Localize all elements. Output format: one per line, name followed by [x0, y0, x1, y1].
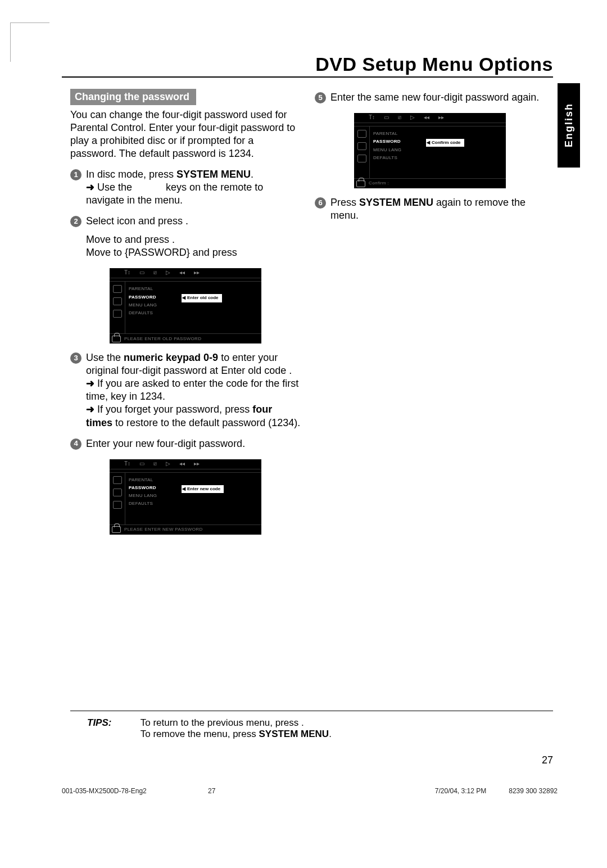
step-1: 1 In disc mode, press SYSTEM MENU. ➜ Use…	[70, 168, 301, 207]
footer-date: 7/20/04, 3:12 PM	[435, 787, 486, 795]
section-banner: Changing the password	[70, 89, 196, 105]
osd-chip: Confirm code	[426, 139, 464, 147]
footer-filename: 001-035-MX2500D-78-Eng2	[62, 787, 147, 795]
language-tab: English	[558, 83, 580, 168]
footer-page: 27	[208, 787, 215, 795]
osd-chip: Enter new code	[182, 485, 224, 493]
crop-mark	[10, 22, 49, 62]
osd-topbar: T↕ ▭ ⎚ ▷ ◂◂ ▸▸	[110, 268, 261, 278]
step-number-icon: 3	[70, 352, 81, 364]
footer-code: 8239 300 32892	[509, 787, 558, 795]
step-5: 5 Enter the same new four-digit password…	[315, 91, 545, 104]
right-column: 5 Enter the same new four-digit password…	[315, 83, 545, 222]
osd-confirm-code: T↕ ▭ ⎚ ▷ ◂◂ ▸▸ PARENTAL PASSWORD MENU LA…	[354, 113, 506, 188]
arrow-icon: ➜	[86, 182, 97, 193]
step-number-icon: 4	[70, 438, 81, 450]
step-3: 3 Use the numeric keypad 0-9 to enter yo…	[70, 351, 301, 429]
step-4: 4 Enter your new four-digit password.	[70, 437, 301, 450]
lock-icon	[356, 180, 365, 187]
osd-chip: Enter old code	[182, 294, 222, 302]
tips-label: TIPS:	[87, 717, 138, 729]
intro-text: You can change the four-digit password u…	[70, 108, 301, 160]
step-number-icon: 2	[70, 216, 81, 227]
step-6: 6 Press SYSTEM MENU again to remove the …	[315, 196, 545, 222]
arrow-icon: ➜	[86, 378, 97, 389]
page-number: 27	[542, 754, 553, 766]
step-number-icon: 5	[315, 92, 326, 103]
language-tab-label: English	[563, 103, 575, 147]
osd-menu-list: PARENTAL PASSWORD MENU LANG DEFAULTS	[125, 282, 179, 333]
page-title: DVD Setup Menu Options	[315, 53, 553, 75]
tips-block: TIPS: To return to the previous menu, pr…	[87, 717, 332, 740]
step-2: 2 Select icon and press . Move to and pr…	[70, 215, 301, 259]
lock-icon	[112, 336, 121, 342]
osd-sidebar	[110, 282, 125, 333]
osd-enter-new-code: T↕ ▭ ⎚ ▷ ◂◂ ▸▸ PARENTAL PASSWORD MENU LA…	[110, 459, 261, 535]
arrow-icon: ➜	[86, 404, 97, 415]
footer: 001-035-MX2500D-78-Eng2 27 7/20/04, 3:12…	[62, 787, 558, 795]
lock-icon	[112, 526, 121, 533]
step-number-icon: 1	[70, 169, 81, 180]
left-column: Changing the password You can change the…	[70, 89, 301, 538]
osd-enter-old-code: T↕ ▭ ⎚ ▷ ◂◂ ▸▸ PARENTAL PASSWORD MENU LA…	[110, 268, 261, 343]
step-number-icon: 6	[315, 197, 326, 209]
tips-rule	[70, 711, 553, 711]
title-rule	[62, 76, 553, 78]
